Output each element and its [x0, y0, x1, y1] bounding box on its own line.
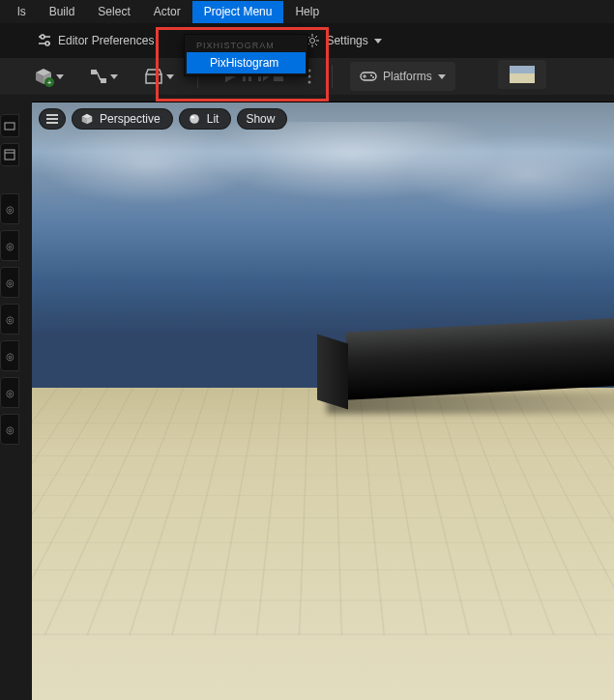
- settings-label: Settings: [326, 34, 367, 47]
- svg-line-11: [315, 36, 317, 38]
- svg-rect-37: [5, 150, 15, 160]
- chevron-down-icon: [56, 74, 64, 79]
- hamburger-icon: [46, 114, 58, 124]
- platforms-label: Platforms: [383, 70, 432, 83]
- add-cube-icon: +: [33, 66, 54, 87]
- left-tab-2[interactable]: [0, 143, 19, 166]
- sphere-icon: [188, 112, 201, 126]
- viewport-lit-button[interactable]: Lit: [179, 108, 232, 130]
- svg-point-42: [190, 114, 199, 124]
- platforms-button[interactable]: Platforms: [350, 62, 455, 91]
- svg-line-20: [97, 72, 101, 80]
- left-tab-4[interactable]: ◎: [0, 230, 19, 261]
- sliders-icon: [37, 33, 52, 48]
- svg-rect-36: [5, 123, 15, 130]
- chevron-down-icon: [438, 74, 446, 79]
- svg-line-10: [315, 44, 317, 45]
- chevron-down-icon: [374, 39, 382, 44]
- editor-preferences-button[interactable]: Editor Preferences: [29, 29, 161, 52]
- menu-item-actor[interactable]: Actor: [142, 1, 192, 23]
- menu-item-tools-partial[interactable]: ls: [6, 1, 38, 23]
- svg-point-1: [41, 35, 44, 39]
- lit-label: Lit: [207, 112, 219, 126]
- chevron-down-icon: [166, 74, 174, 79]
- viewport-grid: [32, 388, 614, 635]
- svg-rect-19: [101, 78, 106, 83]
- left-tab-8[interactable]: ◎: [0, 377, 19, 408]
- level-thumbnail[interactable]: [498, 60, 546, 89]
- panel-icon: [4, 120, 15, 131]
- main-menu-bar: ls Build Select Actor Project Menu Help: [0, 0, 614, 23]
- editor-preferences-label: Editor Preferences: [58, 34, 154, 47]
- viewport-options-button[interactable]: [39, 108, 66, 130]
- menu-item-build[interactable]: Build: [38, 1, 87, 23]
- dropdown-section-header: PIXHISTOGRAM: [187, 37, 306, 52]
- svg-point-3: [45, 42, 49, 45]
- svg-point-43: [190, 116, 194, 119]
- show-label: Show: [246, 112, 275, 126]
- svg-point-4: [310, 39, 315, 44]
- svg-point-30: [308, 81, 311, 84]
- left-tool-column: ◎ ◎ ◎ ◎ ◎ ◎ ◎: [0, 95, 22, 700]
- svg-rect-18: [91, 70, 97, 74]
- settings-button[interactable]: Settings: [297, 29, 389, 52]
- black-cube-mesh[interactable]: [346, 317, 614, 400]
- nodes-icon: [89, 67, 108, 86]
- svg-text:+: +: [47, 78, 52, 87]
- gamepad-icon: [360, 70, 377, 83]
- left-tab-7[interactable]: ◎: [0, 340, 19, 371]
- layout-icon: [4, 149, 15, 160]
- svg-point-35: [372, 76, 374, 78]
- thumbnail-image: [510, 66, 535, 83]
- left-tab-9[interactable]: ◎: [0, 414, 19, 445]
- left-tab-1[interactable]: [0, 114, 19, 137]
- marketplace-icon: [143, 67, 164, 86]
- left-tab-3[interactable]: ◎: [0, 193, 19, 224]
- cube-icon: [80, 112, 94, 126]
- left-tab-5[interactable]: ◎: [0, 267, 19, 298]
- dropdown-item-pixhistogram[interactable]: PixHistogram: [187, 52, 306, 73]
- svg-point-34: [370, 74, 372, 76]
- blueprint-nodes-button[interactable]: [83, 63, 124, 90]
- chevron-down-icon: [110, 74, 118, 79]
- left-tab-6[interactable]: ◎: [0, 304, 19, 335]
- viewport-show-button[interactable]: Show: [237, 108, 287, 130]
- viewport-clouds: [32, 122, 614, 228]
- menu-item-project-menu[interactable]: Project Menu: [192, 1, 284, 23]
- perspective-label: Perspective: [100, 112, 161, 126]
- marketplace-button[interactable]: [137, 63, 180, 90]
- viewport-perspective-button[interactable]: Perspective: [72, 108, 173, 130]
- toolbar-divider: [332, 65, 333, 88]
- level-viewport[interactable]: [32, 102, 614, 700]
- menu-item-select[interactable]: Select: [86, 1, 141, 23]
- svg-rect-21: [146, 74, 161, 83]
- project-menu-dropdown: PIXHISTOGRAM PixHistogram: [184, 34, 308, 76]
- menu-item-help[interactable]: Help: [283, 1, 331, 23]
- viewport-top-controls: Perspective Lit Show: [39, 108, 287, 130]
- add-content-button[interactable]: +: [27, 62, 70, 91]
